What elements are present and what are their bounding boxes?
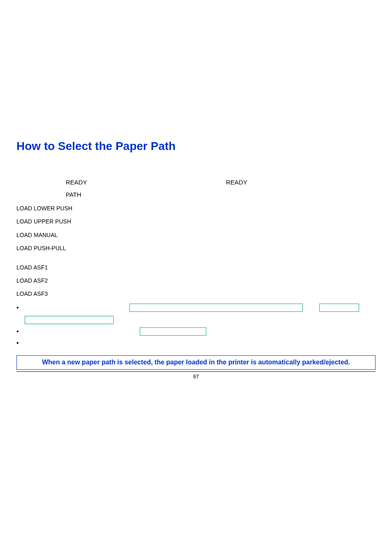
bullet-row-1: •	[16, 304, 376, 324]
load-item: LOAD LOWER PUSH	[16, 204, 376, 213]
bullet-row-2: •	[16, 327, 376, 336]
bullet-list: • • •	[16, 304, 376, 347]
path-label: PATH	[66, 190, 81, 200]
load-item: LOAD ASF3	[16, 289, 376, 298]
ready-1: READY	[66, 177, 90, 187]
load-item: LOAD PUSH-PULL	[16, 244, 376, 253]
ready-2: READY	[226, 177, 247, 187]
ready-row: READY READY	[16, 177, 376, 187]
load-item: LOAD ASF2	[16, 276, 376, 285]
path-row: PATH	[16, 190, 376, 200]
note-box: When a new paper path is selected, the p…	[16, 355, 376, 370]
load-list: LOAD LOWER PUSH LOAD UPPER PUSH LOAD MAN…	[16, 204, 376, 299]
link-box[interactable]	[319, 304, 359, 312]
load-item: LOAD UPPER PUSH	[16, 217, 376, 226]
link-box[interactable]	[129, 304, 303, 312]
link-box[interactable]	[25, 316, 114, 324]
page-number: 87	[16, 371, 376, 381]
pad2	[90, 177, 226, 187]
link-box[interactable]	[140, 327, 206, 336]
bullet-icon: •	[16, 304, 25, 312]
pad	[16, 190, 66, 200]
page-title: How to Select the Paper Path	[16, 140, 376, 153]
bullet-icon: •	[16, 339, 25, 347]
load-item: LOAD MANUAL	[16, 230, 376, 240]
pad	[16, 177, 66, 187]
load-item: LOAD ASF1	[16, 263, 376, 272]
bullet-icon: •	[16, 327, 25, 336]
bullet-row-3: •	[16, 339, 376, 347]
